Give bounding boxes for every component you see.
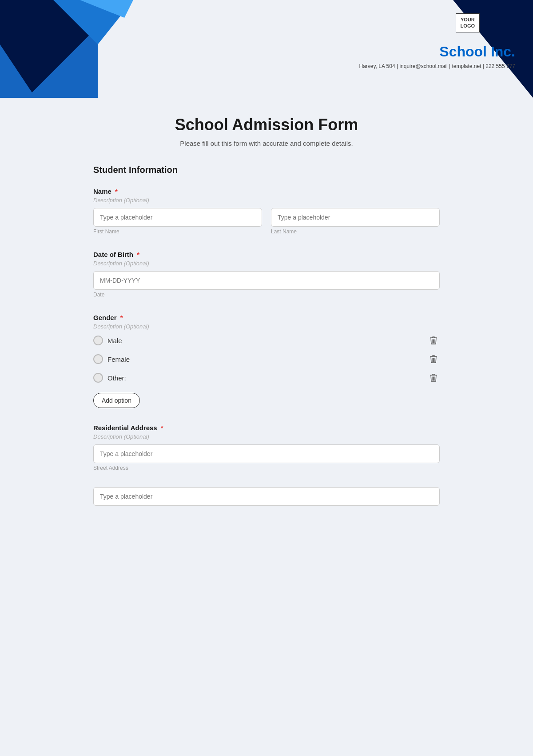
field-address-label: Residential Address * [93, 424, 440, 432]
address-street-sub-label: Street Address [93, 465, 440, 471]
field-dob: Date of Birth * Description (Optional) D… [93, 251, 440, 298]
name-input-row: First Name Last Name [93, 208, 440, 235]
form-title: School Admission Form [93, 116, 440, 134]
logo-line1: YOUR [461, 16, 475, 23]
form-container: School Admission Form Please fill out th… [76, 98, 457, 532]
field-gender-label: Gender * [93, 314, 440, 321]
radio-option-other: Other: [93, 372, 440, 384]
address-line2-input[interactable] [93, 487, 440, 506]
radio-circle-male[interactable] [93, 336, 103, 345]
field-gender-description: Description (Optional) [93, 323, 440, 330]
field-gender: Gender * Description (Optional) Male Fem… [93, 314, 440, 408]
school-contact: Harvey, LA 504 | inquire@school.mail | t… [359, 63, 515, 69]
address-street-input[interactable] [93, 444, 440, 463]
last-name-sub-label: Last Name [271, 228, 440, 235]
field-address: Residential Address * Description (Optio… [93, 424, 440, 471]
header: YOUR LOGO School Inc. Harvey, LA 504 | i… [0, 0, 533, 98]
first-name-input[interactable] [93, 208, 262, 227]
field-address-description: Description (Optional) [93, 433, 440, 440]
dob-input[interactable] [93, 271, 440, 290]
last-name-wrapper: Last Name [271, 208, 440, 235]
field-dob-description: Description (Optional) [93, 260, 440, 267]
logo-line2: LOGO [461, 23, 475, 29]
radio-label-other: Other: [107, 374, 126, 382]
radio-label-female: Female [107, 356, 130, 363]
delete-other-button[interactable] [427, 372, 440, 384]
field-dob-label: Date of Birth * [93, 251, 440, 258]
add-option-button[interactable]: Add option [93, 393, 140, 408]
radio-label-male: Male [107, 337, 122, 344]
required-star-gender: * [120, 314, 123, 321]
radio-circle-other[interactable] [93, 373, 103, 383]
first-name-wrapper: First Name [93, 208, 262, 235]
form-subtitle: Please fill out this form with accurate … [93, 140, 440, 147]
required-star-address: * [161, 424, 163, 432]
radio-circle-female[interactable] [93, 354, 103, 364]
first-name-sub-label: First Name [93, 228, 262, 235]
school-name: School Inc. [439, 44, 515, 60]
field-address-line2 [93, 487, 440, 506]
field-name-description: Description (Optional) [93, 197, 440, 204]
field-name-label: Name * [93, 188, 440, 195]
radio-option-female: Female [93, 353, 440, 365]
delete-female-button[interactable] [427, 353, 440, 365]
last-name-input[interactable] [271, 208, 440, 227]
field-name: Name * Description (Optional) First Name… [93, 188, 440, 235]
header-graphic-left [0, 0, 142, 98]
logo-box: YOUR LOGO [456, 13, 480, 32]
dob-sub-label: Date [93, 292, 440, 298]
radio-option-male: Male [93, 334, 440, 347]
required-star-dob: * [137, 251, 139, 258]
section-title: Student Information [93, 165, 440, 175]
delete-male-button[interactable] [427, 334, 440, 347]
required-star: * [115, 188, 118, 195]
